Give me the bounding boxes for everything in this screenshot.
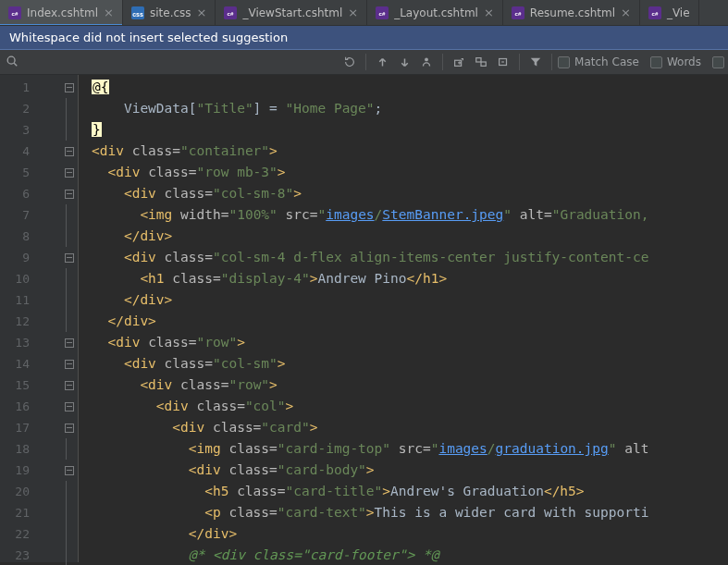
remove-occurrence-icon[interactable]: [493, 52, 513, 72]
code-line[interactable]: <div class="card">: [79, 417, 728, 438]
code-token: ": [317, 207, 326, 222]
fold-toggle-icon[interactable]: [65, 381, 74, 390]
add-selection-icon[interactable]: [449, 52, 469, 72]
code-line[interactable]: <div class="row">: [79, 332, 728, 353]
close-icon[interactable]: ×: [484, 6, 494, 18]
history-icon[interactable]: [339, 52, 360, 72]
code-token: "100%": [228, 207, 277, 222]
code-line[interactable]: <div class="col-sm-8">: [79, 183, 728, 204]
filetype-icon: c#: [8, 6, 21, 19]
fold-toggle-icon[interactable]: [65, 253, 74, 263]
code-line[interactable]: <div class="col-sm">: [79, 353, 728, 375]
code-token: <div: [140, 377, 180, 392]
editor-tab[interactable]: c#_Layout.cshtml×: [367, 0, 503, 26]
code-token: [278, 207, 286, 222]
code-token: "card-img-top": [278, 441, 390, 456]
select-all-icon[interactable]: [416, 52, 437, 72]
filter-icon[interactable]: [525, 52, 546, 72]
fold-toggle-icon[interactable]: [65, 190, 74, 199]
next-match-icon[interactable]: [394, 52, 414, 72]
code-token: class=: [132, 143, 180, 158]
filetype-icon: c#: [512, 6, 524, 19]
code-line[interactable]: <div class="container">: [79, 141, 728, 162]
close-icon[interactable]: ×: [621, 6, 631, 18]
line-number: 6: [0, 187, 37, 201]
fold-toggle-icon[interactable]: [65, 424, 74, 433]
find-input[interactable]: [22, 53, 338, 71]
code-token: >: [293, 186, 302, 201]
code-line[interactable]: <div class="row mb-3">: [79, 162, 728, 183]
code-line[interactable]: <div class="col">: [79, 396, 728, 417]
prev-match-icon[interactable]: [372, 52, 392, 72]
line-number: 19: [0, 463, 37, 477]
code-line[interactable]: @{: [79, 77, 728, 98]
gutter-row: 16: [0, 396, 78, 417]
code-token: Andrew's Graduation: [390, 484, 544, 498]
code-line[interactable]: <div class="col-sm-4 d-flex align-items-…: [79, 247, 728, 268]
code-token: <p: [204, 505, 228, 520]
search-icon: [4, 55, 20, 70]
gutter-row: 7: [0, 204, 78, 226]
gutter-row: 11: [0, 289, 78, 311]
code-line[interactable]: @* <div class="card-footer"> *@: [79, 545, 728, 562]
fold-toggle-icon[interactable]: [65, 466, 74, 475]
code-token: ] =: [253, 101, 286, 116]
svg-text:css: css: [132, 10, 143, 17]
editor-tab[interactable]: c#Index.cshtml×: [0, 0, 123, 26]
editor-tab[interactable]: c#Resume.cshtml×: [503, 0, 640, 26]
code-token: StemBanner.jpeg: [382, 207, 503, 222]
svg-text:c#: c#: [651, 9, 658, 16]
fold-toggle-icon[interactable]: [65, 83, 74, 92]
close-icon[interactable]: ×: [104, 6, 114, 18]
fold-toggle-icon[interactable]: [65, 147, 74, 156]
match-case-checkbox[interactable]: Match Case: [558, 55, 639, 68]
code-token: >: [237, 335, 245, 350]
editor-tab[interactable]: c#_Vie: [640, 0, 699, 26]
code-line[interactable]: ViewData["Title"] = "Home Page";: [79, 98, 728, 119]
fold-guide: [66, 481, 67, 502]
code-token: class=: [228, 441, 277, 456]
editor-tab[interactable]: c#_ViewStart.cshtml×: [216, 0, 367, 26]
code-line[interactable]: }: [79, 119, 728, 141]
code-token: <div: [124, 186, 165, 201]
code-line[interactable]: </div>: [79, 523, 728, 545]
fold-toggle-icon[interactable]: [65, 360, 74, 369]
code-token: "row mb-3": [197, 165, 278, 179]
code-line[interactable]: <img class="card-img-top" src="images/gr…: [79, 438, 728, 460]
svg-line-13: [14, 63, 17, 66]
code-content[interactable]: @{ ViewData["Title"] = "Home Page";}<div…: [79, 75, 728, 562]
fold-toggle-icon[interactable]: [65, 338, 74, 348]
gutter-row: 10: [0, 268, 78, 289]
gutter-row: 2: [0, 98, 78, 119]
code-token: "container": [180, 143, 269, 158]
gutter-row: 17: [0, 417, 78, 438]
select-occurrences-icon[interactable]: [471, 52, 491, 72]
code-line[interactable]: </div>: [79, 289, 728, 311]
fold-toggle-icon[interactable]: [65, 402, 74, 411]
code-token: "display-4": [221, 271, 310, 286]
code-line[interactable]: <div class="card-body">: [79, 460, 728, 481]
code-token: class=: [148, 335, 196, 350]
code-line[interactable]: <div class="row">: [79, 375, 728, 396]
gutter-row: 15: [0, 375, 78, 396]
editor-tab[interactable]: csssite.css×: [123, 0, 216, 26]
fold-toggle-icon[interactable]: [65, 168, 74, 178]
code-line[interactable]: <h1 class="display-4">Andrew Pino</h1>: [79, 268, 728, 289]
close-icon[interactable]: ×: [197, 6, 207, 18]
words-checkbox[interactable]: Words: [650, 55, 701, 68]
close-icon[interactable]: ×: [348, 6, 358, 18]
checkbox-icon[interactable]: [712, 56, 724, 68]
code-token: class=: [165, 186, 213, 201]
gutter-row: 21: [0, 502, 78, 523]
fold-guide: [66, 438, 67, 460]
code-token: "col-sm": [213, 356, 278, 371]
code-line[interactable]: <p class="card-text">This is a wider car…: [79, 502, 728, 523]
code-line[interactable]: <img width="100%" src="images/StemBanner…: [79, 204, 728, 226]
find-toolbar: Match Case Words: [0, 50, 728, 75]
fold-guide: [66, 289, 67, 311]
line-number: 15: [0, 378, 37, 392]
code-token: alt=: [520, 207, 552, 222]
code-line[interactable]: </div>: [79, 226, 728, 247]
code-line[interactable]: </div>: [79, 311, 728, 332]
code-line[interactable]: <h5 class="card-title">Andrew's Graduati…: [79, 481, 728, 502]
